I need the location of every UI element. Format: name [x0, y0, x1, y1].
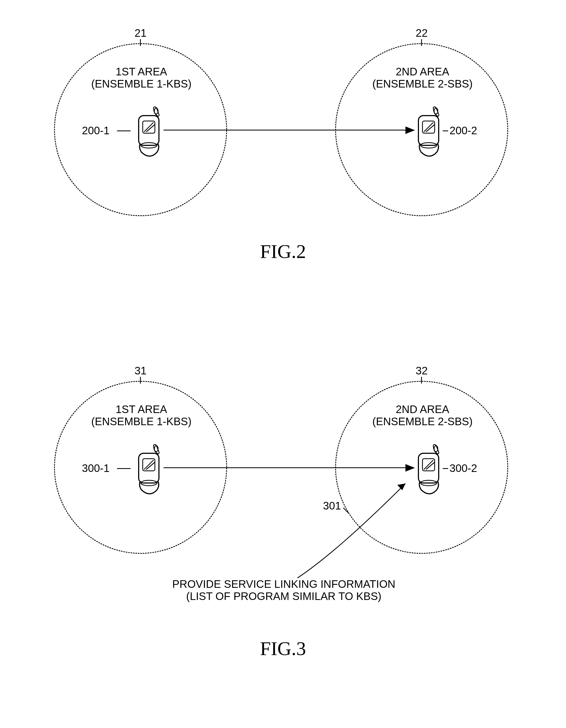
phone-1-leader [117, 130, 130, 131]
area-3-line1: 1ST AREA [74, 403, 209, 415]
area-1-label: 1ST AREA (ENSEMBLE 1-KBS) [74, 66, 209, 90]
svg-rect-19 [419, 453, 439, 483]
area-1-line1: 1ST AREA [74, 66, 209, 78]
area-3-line2: (ENSEMBLE 1-KBS) [74, 415, 209, 428]
svg-line-25 [343, 508, 349, 513]
area-3-tick [140, 377, 141, 384]
area-4-topref: 32 [414, 365, 430, 377]
phone-4-ref: 300-2 [450, 462, 477, 474]
service-text-2: (LIST OF PROGRAM SIMILAR TO KBS) [162, 590, 406, 602]
area-2-tick [421, 39, 422, 46]
movement-arrowhead [406, 126, 415, 134]
figure-3-caption: FIG.3 [0, 638, 566, 660]
area-4-tick [421, 377, 422, 384]
area-4-line2: (ENSEMBLE 2-SBS) [355, 415, 490, 428]
phone-3-leader [117, 468, 130, 469]
curved-arrow [270, 470, 419, 578]
phone-icon-1 [133, 106, 164, 157]
figure-2: 1ST AREA (ENSEMBLE 1-KBS) 200-1 21 2ND A… [0, 27, 566, 270]
svg-rect-1 [139, 116, 159, 145]
svg-rect-13 [139, 453, 159, 483]
area-2-topref: 22 [414, 27, 430, 39]
service-text-1: PROVIDE SERVICE LINKING INFORMATION [162, 578, 406, 590]
svg-marker-24 [397, 484, 406, 490]
phone-4-leader [443, 468, 448, 469]
area-3-topref: 31 [132, 365, 149, 377]
movement-arrow-2 [163, 467, 407, 468]
area-4-label: 2ND AREA (ENSEMBLE 2-SBS) [355, 403, 490, 428]
movement-arrow [163, 130, 407, 130]
phone-icon-2 [413, 106, 444, 157]
area-2-line2: (ENSEMBLE 2-SBS) [355, 78, 490, 90]
figure-3: 1ST AREA (ENSEMBLE 1-KBS) 300-1 31 2ND A… [0, 365, 566, 675]
service-text-block: PROVIDE SERVICE LINKING INFORMATION (LIS… [162, 578, 406, 602]
phone-2-leader [443, 130, 448, 131]
svg-rect-7 [419, 116, 439, 145]
area-4-line1: 2ND AREA [355, 403, 490, 415]
area-1-topref: 21 [132, 27, 149, 39]
area-2-label: 2ND AREA (ENSEMBLE 2-SBS) [355, 66, 490, 90]
phone-3-ref: 300-1 [82, 462, 109, 474]
phone-icon-3 [133, 444, 164, 495]
area-3-label: 1ST AREA (ENSEMBLE 1-KBS) [74, 403, 209, 428]
area-1-tick [140, 39, 141, 46]
phone-1-ref: 200-1 [82, 125, 109, 137]
figure-2-caption: FIG.2 [0, 240, 566, 263]
area-2-line1: 2ND AREA [355, 66, 490, 78]
area-1-line2: (ENSEMBLE 1-KBS) [74, 78, 209, 90]
phone-2-ref: 200-2 [450, 125, 477, 137]
